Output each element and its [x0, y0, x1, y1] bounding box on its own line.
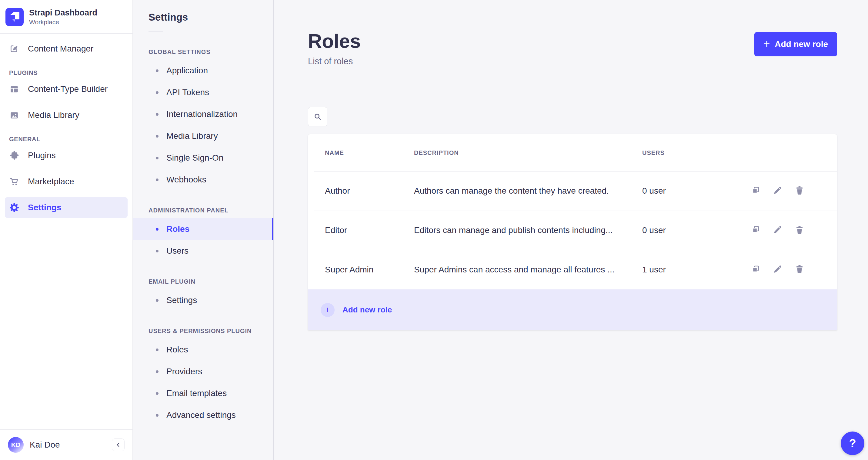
subnav-group-users-permissions-plugin: USERS & PERMISSIONS PLUGIN	[149, 328, 258, 335]
bullet-icon	[156, 414, 158, 417]
sidebar-item-label: Content Manager	[28, 44, 93, 54]
sidebar-section-plugins: PLUGINS	[9, 69, 123, 76]
copy-icon	[751, 264, 761, 275]
subnav-item-api-tokens[interactable]: API Tokens	[133, 82, 273, 103]
brand-text: Strapi Dashboard Workplace	[29, 8, 97, 26]
duplicate-role-button[interactable]	[751, 185, 762, 196]
delete-role-button[interactable]	[795, 185, 806, 196]
subnav-item-email-templates[interactable]: Email templates	[133, 382, 273, 404]
row-actions	[750, 225, 820, 236]
sidebar-item-content-manager[interactable]: Content Manager	[5, 38, 128, 59]
duplicate-role-button[interactable]	[751, 264, 762, 275]
role-description: Authors can manage the content they have…	[414, 186, 642, 196]
subnav-item-application[interactable]: Application	[133, 60, 273, 82]
bullet-icon	[156, 179, 158, 181]
page-title-block: Roles List of roles	[308, 32, 361, 66]
role-user-count: 0 user	[642, 186, 750, 196]
subnav-item-providers[interactable]: Providers	[133, 361, 273, 382]
subnav-item-webhooks[interactable]: Webhooks	[133, 169, 273, 191]
bullet-icon	[156, 250, 158, 252]
sidebar-item-content-type-builder[interactable]: Content-Type Builder	[5, 79, 128, 99]
column-header-name: NAME	[325, 149, 414, 156]
bullet-icon	[156, 157, 158, 159]
role-user-count: 1 user	[642, 265, 750, 275]
subnav-group-global-settings: GLOBAL SETTINGS	[149, 49, 258, 56]
subnav-item-media-library[interactable]: Media Library	[133, 125, 273, 147]
edit-role-button[interactable]	[773, 225, 784, 236]
page-title: Roles	[308, 32, 361, 51]
column-header-description: DESCRIPTION	[414, 149, 642, 156]
add-new-role-row-label: Add new role	[342, 305, 392, 314]
shopping-cart-icon	[9, 176, 20, 187]
role-name: Super Admin	[325, 265, 414, 275]
subnav-item-label: Single Sign-On	[166, 153, 223, 163]
plus-circle-icon: +	[321, 303, 335, 317]
subnav-item-users[interactable]: Users	[133, 240, 273, 262]
pencil-icon	[773, 185, 782, 196]
role-description: Editors can manage and publish contents …	[414, 225, 642, 235]
add-new-role-button-label: Add new role	[775, 39, 828, 49]
trash-icon	[795, 225, 804, 236]
sidebar-item-label: Media Library	[28, 110, 80, 120]
page-subtitle: List of roles	[308, 56, 361, 66]
search-icon	[313, 112, 322, 121]
strapi-logo-icon	[5, 8, 24, 26]
brand-home-link[interactable]: Strapi Dashboard Workplace	[0, 0, 132, 34]
delete-role-button[interactable]	[795, 264, 806, 275]
subnav-item-roles-admin[interactable]: Roles	[133, 218, 273, 240]
table-row[interactable]: Author Authors can manage the content th…	[308, 171, 837, 211]
sidebar-section-general: GENERAL	[9, 136, 123, 143]
subnav-item-advanced-settings[interactable]: Advanced settings	[133, 404, 273, 426]
add-new-role-button[interactable]: + Add new role	[754, 32, 837, 56]
roles-table: NAME DESCRIPTION USERS Author Authors ca…	[308, 134, 837, 330]
bullet-icon	[156, 228, 158, 231]
subnav-item-label: Providers	[166, 367, 202, 376]
subnav-item-label: Internationalization	[166, 110, 238, 119]
subnav-item-label: API Tokens	[166, 88, 209, 97]
feather-pen-icon	[9, 43, 20, 54]
collapse-sidebar-button[interactable]	[112, 438, 125, 451]
user-name[interactable]: Kai Doe	[30, 440, 60, 450]
pencil-icon	[773, 264, 782, 275]
subnav-item-label: Advanced settings	[166, 410, 236, 420]
user-avatar[interactable]: KD	[8, 437, 24, 453]
picture-icon	[9, 110, 20, 120]
settings-subnav: Settings GLOBAL SETTINGS Application API…	[133, 0, 274, 460]
pencil-icon	[773, 225, 782, 236]
role-description: Super Admins can access and manage all f…	[414, 265, 642, 275]
subnav-item-email-settings[interactable]: Settings	[133, 289, 273, 311]
sidebar-item-marketplace[interactable]: Marketplace	[5, 171, 128, 192]
subnav-item-label: Settings	[166, 296, 197, 305]
bullet-icon	[156, 69, 158, 72]
subnav-item-label: Roles	[166, 345, 188, 355]
add-new-role-row[interactable]: + Add new role	[308, 289, 837, 330]
question-mark-icon: ?	[849, 437, 856, 450]
subnav-item-label: Users	[166, 246, 188, 256]
sidebar-item-settings[interactable]: Settings	[5, 197, 128, 218]
edit-role-button[interactable]	[773, 185, 784, 196]
duplicate-role-button[interactable]	[751, 225, 762, 236]
search-button[interactable]	[308, 107, 327, 126]
main-content: Roles List of roles + Add new role	[274, 0, 868, 460]
role-name: Author	[325, 186, 414, 196]
bullet-icon	[156, 299, 158, 302]
main-sidebar: Strapi Dashboard Workplace Content Manag…	[0, 0, 133, 460]
subnav-item-single-sign-on[interactable]: Single Sign-On	[133, 147, 273, 169]
role-name: Editor	[325, 225, 414, 235]
help-button[interactable]: ?	[841, 431, 864, 455]
edit-role-button[interactable]	[773, 264, 784, 275]
table-row[interactable]: Super Admin Super Admins can access and …	[308, 250, 837, 289]
sidebar-item-media-library[interactable]: Media Library	[5, 105, 128, 125]
sidebar-item-plugins[interactable]: Plugins	[5, 145, 128, 166]
puzzle-piece-icon	[9, 150, 20, 161]
delete-role-button[interactable]	[795, 225, 806, 236]
gear-icon	[9, 203, 20, 213]
sidebar-item-label: Settings	[28, 203, 61, 212]
table-row[interactable]: Editor Editors can manage and publish co…	[308, 211, 837, 250]
bullet-icon	[156, 135, 158, 137]
subnav-item-label: Email templates	[166, 389, 227, 398]
role-user-count: 0 user	[642, 225, 750, 235]
workspace-name: Workplace	[29, 19, 97, 26]
subnav-item-roles-up[interactable]: Roles	[133, 339, 273, 361]
subnav-item-internationalization[interactable]: Internationalization	[133, 103, 273, 125]
